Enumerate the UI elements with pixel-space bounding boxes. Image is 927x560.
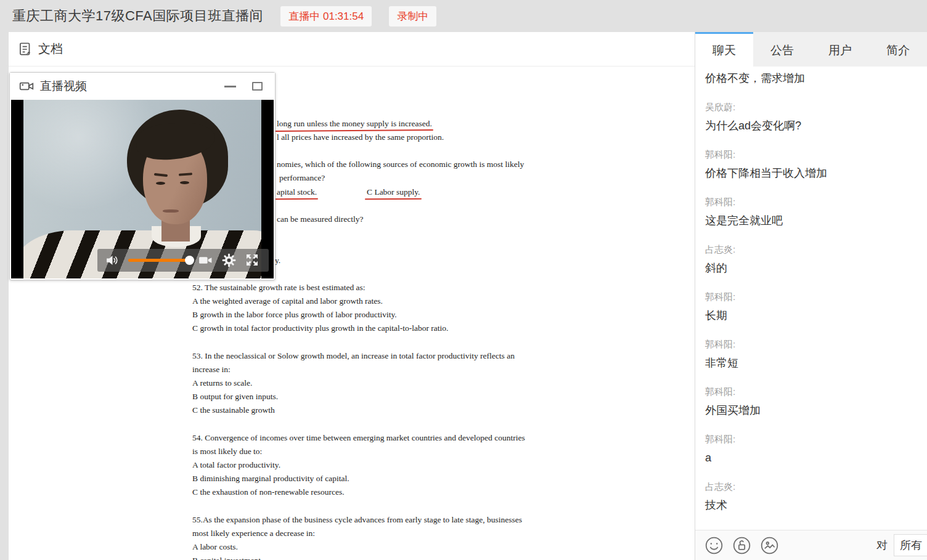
camcorder-icon[interactable] xyxy=(198,253,213,268)
chat-message-text: 价格不变，需求增加 xyxy=(705,69,917,87)
chat-toolbar: 对 所有 xyxy=(695,530,927,560)
video-controls xyxy=(97,249,269,272)
chat-message-text: 技术 xyxy=(705,496,917,514)
chat-message-text: 这是完全就业吧 xyxy=(705,211,917,230)
tab-users[interactable]: 用户 xyxy=(811,32,869,67)
fullscreen-icon[interactable] xyxy=(245,253,260,268)
document-icon xyxy=(17,41,33,57)
minimize-icon xyxy=(224,86,236,87)
chat-message-sender: 郭科阳: xyxy=(705,430,917,448)
document-panel-title: 文档 xyxy=(38,41,63,57)
gear-icon[interactable] xyxy=(221,253,237,268)
recipient-to-label: 对 xyxy=(876,538,888,553)
chat-message-sender: 郭科阳: xyxy=(705,193,917,211)
chat-message-text: a xyxy=(705,448,917,467)
live-classroom-screen: 重庆工商大学17级CFA国际项目班直播间 直播中 01:31:54 录制中 文档… xyxy=(0,0,927,560)
live-status-badge: 直播中 01:31:54 xyxy=(280,6,372,26)
topbar: 重庆工商大学17级CFA国际项目班直播间 直播中 01:31:54 录制中 xyxy=(0,0,927,32)
chat-message-list[interactable]: 价格不变，需求增加吴欣蔚:为什么ad会变化啊?郭科阳:价格下降相当于收入增加郭科… xyxy=(695,67,927,530)
chat-message-text: 价格下降相当于收入增加 xyxy=(705,164,917,182)
chat-tabs: 聊天公告用户简介 xyxy=(695,32,927,67)
person-mouth xyxy=(163,209,179,213)
chat-message-text: 长期 xyxy=(705,306,917,325)
maximize-button[interactable] xyxy=(248,77,266,95)
tab-announcement[interactable]: 公告 xyxy=(753,32,811,67)
document-panel-header: 文档 xyxy=(9,32,695,67)
chat-panel: 聊天公告用户简介 价格不变，需求增加吴欣蔚:为什么ad会变化啊?郭科阳:价格下降… xyxy=(695,32,927,560)
person-eye xyxy=(180,181,189,184)
minimize-button[interactable] xyxy=(221,77,239,95)
maximize-icon xyxy=(252,82,263,91)
recipient-select-value: 所有 xyxy=(900,538,922,553)
video-window[interactable]: 直播视频 xyxy=(9,72,276,280)
person-eye xyxy=(156,182,165,185)
chat-message-text: 非常短 xyxy=(705,354,917,372)
speaker-icon[interactable] xyxy=(105,253,120,268)
room-title: 重庆工商大学17级CFA国际项目班直播间 xyxy=(12,7,263,25)
video-window-title: 直播视频 xyxy=(40,78,221,94)
video-window-titlebar[interactable]: 直播视频 xyxy=(10,73,275,100)
smiley-icon[interactable] xyxy=(704,535,724,556)
chat-message-text: 为什么ad会变化啊? xyxy=(705,116,917,135)
recording-status-badge: 录制中 xyxy=(389,6,436,26)
video-stream xyxy=(11,100,274,278)
image-icon[interactable] xyxy=(759,535,780,556)
chat-message-sender: 郭科阳: xyxy=(705,335,917,354)
recipient-select[interactable]: 所有 xyxy=(894,534,927,556)
chat-message-sender: 郭科阳: xyxy=(705,288,917,306)
chat-message-sender: 郭科阳: xyxy=(705,383,917,401)
chat-message-text: 斜的 xyxy=(705,259,917,277)
chat-message-sender: 郭科阳: xyxy=(705,145,917,164)
chat-message-text: 外国买增加 xyxy=(705,401,917,420)
chat-message-sender: 占志炎: xyxy=(705,477,917,496)
tab-intro[interactable]: 简介 xyxy=(869,32,927,67)
chat-message-sender: 占志炎: xyxy=(705,240,917,259)
video-camera-icon xyxy=(18,78,35,94)
volume-slider-thumb[interactable] xyxy=(185,256,194,265)
tab-chat[interactable]: 聊天 xyxy=(695,32,753,67)
chat-message-sender: 吴欣蔚: xyxy=(705,98,917,116)
volume-slider[interactable] xyxy=(128,259,190,262)
unlock-icon[interactable] xyxy=(732,535,752,556)
